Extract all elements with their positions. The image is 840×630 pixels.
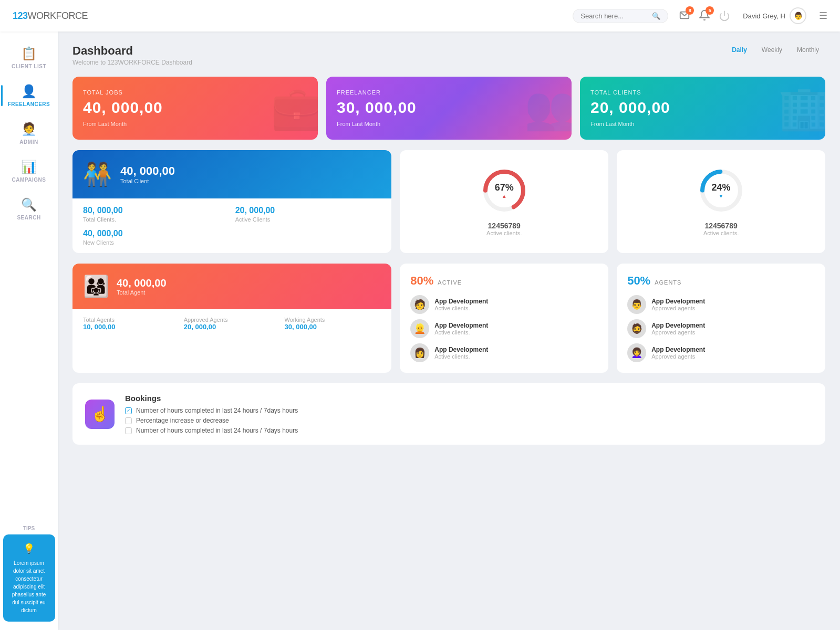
user-avatar: 👨 — [790, 7, 806, 24]
donut-charts: 67% ▲ 12456789 Active clients. — [400, 150, 825, 253]
bookings-check-1[interactable] — [125, 417, 132, 424]
sidebar-item-admin[interactable]: 🧑‍💼 ADMIN — [3, 116, 55, 151]
bookings-check-0[interactable]: ✓ — [125, 407, 132, 414]
active-name-0: App Development — [434, 298, 488, 305]
donut-wrap-67: 67% ▲ — [481, 167, 528, 214]
active-agents-cards: 80% ACTIVE 🧑 App Development Active clie… — [400, 264, 825, 373]
agents-name-2: App Development — [651, 346, 705, 353]
agent-stat-total: Total Agents 10, 000,00 — [83, 317, 180, 331]
agent-row: 👨‍👩‍👧 40, 000,00 Total Agent Total Agent… — [72, 264, 825, 373]
sidebar-item-search[interactable]: 🔍 SEARCH — [3, 191, 55, 227]
stat-clients-bg-icon: 🏢 — [778, 83, 825, 133]
agents-list: 👨 App Development Approved agents 🧔 App … — [627, 295, 815, 362]
email-icon-wrap[interactable]: 8 — [679, 9, 690, 23]
donut-card-67: 67% ▲ 12456789 Active clients. — [400, 150, 608, 253]
bookings-options: ✓ Number of hours completed in last 24 h… — [125, 407, 298, 434]
tab-monthly[interactable]: Monthly — [791, 44, 825, 56]
bookings-label-1: Percentage increase or decrease — [136, 417, 229, 424]
search-input[interactable] — [580, 12, 649, 20]
search-nav-icon: 🔍 — [21, 197, 37, 212]
sidebar-item-freelancers[interactable]: 👤 FREELANCERS — [3, 78, 55, 113]
active-pct: 80% — [410, 274, 433, 288]
client-stat-total: 80, 000,00 Total Clients. — [83, 206, 229, 223]
sidebar-label-client-list: CLIENT LIST — [12, 64, 46, 69]
email-badge: 8 — [686, 6, 694, 15]
agents-pct: 50% — [627, 274, 650, 288]
tab-weekly[interactable]: Weekly — [755, 44, 789, 56]
user-name-label: David Grey, H — [743, 12, 785, 20]
client-list-icon: 📋 — [21, 46, 37, 61]
freelancers-icon: 👤 — [21, 84, 37, 99]
user-profile[interactable]: David Grey, H 👨 — [743, 7, 806, 24]
sidebar-label-search: SEARCH — [17, 215, 40, 220]
tips-label: TIPS — [3, 526, 55, 531]
total-client-value: 40, 000,00 — [120, 164, 175, 178]
tab-daily[interactable]: Daily — [725, 44, 753, 56]
stat-jobs-bg-icon: 💼 — [271, 83, 318, 133]
donut-24-trend: ▼ — [712, 193, 731, 199]
logo-123: 123 — [13, 10, 28, 21]
agent-widget: 👨‍👩‍👧 40, 000,00 Total Agent Total Agent… — [72, 264, 391, 373]
agents-item-0: 👨 App Development Approved agents — [627, 295, 815, 314]
period-tabs: Daily Weekly Monthly — [725, 44, 825, 56]
client-widget-blue: 🧑‍🤝‍🧑 40, 000,00 Total Client — [72, 150, 391, 198]
client-active-label: Active Clients — [235, 216, 381, 223]
agents-card-header: 50% AGENTS — [627, 274, 815, 288]
donut-67-trend: ▲ — [495, 193, 514, 199]
main-content: Dashboard Welcome to 123WORKFORCE Dashbo… — [58, 32, 840, 630]
tips-icon: 💡 — [8, 542, 50, 556]
stat-freelancer-bg-icon: 👥 — [524, 83, 572, 133]
sidebar-label-campaigns: CAMPAIGNS — [12, 177, 46, 183]
active-card-header: 80% ACTIVE — [410, 274, 598, 288]
tips-card: 💡 Lorem ipsum dolor sit amet consectetur… — [3, 534, 55, 622]
search-icon: 🔍 — [652, 12, 660, 20]
bell-icon-wrap[interactable]: 5 — [699, 9, 710, 23]
client-new-value: 40, 000,00 — [83, 229, 381, 238]
bookings-option-2: Number of hours completed in last 24 hou… — [125, 427, 298, 434]
hamburger-icon[interactable]: ☰ — [819, 10, 827, 22]
client-widget-icon: 🧑‍🤝‍🧑 — [83, 161, 112, 188]
total-agent-value: 40, 000,00 — [117, 277, 167, 289]
active-name-2: App Development — [434, 346, 488, 353]
agent-stat-working: Working Agents 30, 000,00 — [285, 317, 381, 331]
app-header: 123WORKFORCE 🔍 8 5 David Grey, H 👨 ☰ — [0, 0, 840, 32]
content-header: Dashboard Welcome to 123WORKFORCE Dashbo… — [72, 44, 825, 66]
active-agent-list: 🧑 App Development Active clients. 👱 App … — [410, 295, 598, 362]
bookings-check-2[interactable] — [125, 427, 132, 434]
agents-sub-1: Approved agents — [651, 329, 705, 335]
mid-row: 🧑‍🤝‍🧑 40, 000,00 Total Client 80, 000,00… — [72, 150, 825, 253]
sidebar-item-client-list[interactable]: 📋 CLIENT LIST — [3, 40, 55, 76]
active-avatar-2: 👩 — [410, 343, 429, 362]
tips-section: TIPS 💡 Lorem ipsum dolor sit amet consec… — [3, 526, 55, 622]
page-title: Dashboard — [72, 44, 192, 58]
client-total-label: Total Clients. — [83, 216, 229, 223]
agents-avatar-1: 🧔 — [627, 319, 646, 338]
approved-agents-label: Approved Agents — [184, 317, 281, 323]
bookings-option-0: ✓ Number of hours completed in last 24 h… — [125, 407, 298, 414]
client-stat-active: 20, 000,00 Active Clients — [235, 206, 381, 223]
power-icon[interactable] — [719, 10, 730, 22]
agents-avatar-0: 👨 — [627, 295, 646, 314]
donut-24-number: 12456789 — [704, 222, 737, 230]
agents-sub-2: Approved agents — [651, 353, 705, 360]
active-avatar-1: 👱 — [410, 319, 429, 338]
sidebar-label-admin: ADMIN — [19, 139, 38, 145]
agent-widget-icon: 👨‍👩‍👧 — [83, 274, 109, 299]
bookings-card: ☝️ Bookings ✓ Number of hours completed … — [72, 383, 825, 445]
active-type: ACTIVE — [438, 279, 462, 286]
total-agent-label: Total Agent — [117, 289, 167, 296]
bookings-icon-wrap: ☝️ — [85, 400, 115, 429]
active-agent-2: 👩 App Development Active clients. — [410, 343, 598, 362]
bookings-title: Bookings — [125, 394, 298, 403]
search-bar[interactable]: 🔍 — [573, 9, 668, 23]
sidebar-item-campaigns[interactable]: 📊 CAMPAIGNS — [3, 153, 55, 189]
donut-24-sub: Active clients. — [703, 230, 739, 236]
agents-item-2: 👩‍🦱 App Development Approved agents — [627, 343, 815, 362]
logo[interactable]: 123WORKFORCE — [13, 10, 88, 22]
stat-cards-row: TOTAL JOBS 40, 000,00 From Last Month 💼 … — [72, 77, 825, 140]
agents-sub-0: Approved agents — [651, 305, 705, 311]
client-stats-panel: 80, 000,00 Total Clients. 20, 000,00 Act… — [72, 198, 391, 253]
agent-widget-blue: 👨‍👩‍👧 40, 000,00 Total Agent — [72, 264, 391, 309]
client-widget: 🧑‍🤝‍🧑 40, 000,00 Total Client 80, 000,00… — [72, 150, 391, 253]
bookings-label-2: Number of hours completed in last 24 hou… — [136, 427, 298, 434]
